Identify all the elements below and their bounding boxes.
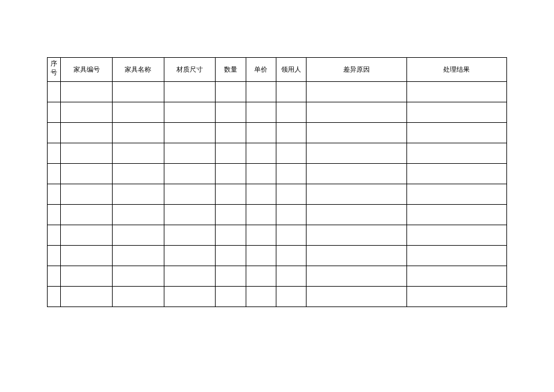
cell-seq	[48, 225, 61, 246]
header-result: 处理结果	[406, 58, 506, 82]
cell-name	[112, 82, 164, 102]
table-row	[48, 287, 507, 307]
cell-result	[406, 123, 506, 143]
cell-name	[112, 184, 164, 205]
cell-result	[406, 102, 506, 123]
header-name: 家具名称	[112, 58, 164, 82]
cell-result	[406, 184, 506, 205]
cell-user	[276, 225, 306, 246]
header-qty: 数量	[216, 58, 246, 82]
cell-price	[246, 184, 276, 205]
header-price: 单价	[246, 58, 276, 82]
cell-qty	[216, 225, 246, 246]
cell-seq	[48, 102, 61, 123]
cell-code	[61, 266, 113, 287]
cell-spec	[164, 123, 216, 143]
cell-reason	[307, 143, 406, 164]
cell-result	[406, 246, 506, 266]
cell-code	[61, 205, 113, 225]
cell-seq	[48, 143, 61, 164]
cell-name	[112, 205, 164, 225]
cell-user	[276, 205, 306, 225]
cell-result	[406, 143, 506, 164]
table-body	[48, 82, 507, 307]
header-spec: 材质尺寸	[164, 58, 216, 82]
cell-user	[276, 184, 306, 205]
cell-code	[61, 82, 113, 102]
table-header-row: 序号 家具编号 家具名称 材质尺寸 数量 单价 领用人 差异原因 处理结果	[48, 58, 507, 82]
cell-qty	[216, 123, 246, 143]
cell-price	[246, 82, 276, 102]
cell-code	[61, 225, 113, 246]
cell-seq	[48, 246, 61, 266]
cell-reason	[307, 123, 406, 143]
cell-seq	[48, 266, 61, 287]
cell-code	[61, 123, 113, 143]
cell-qty	[216, 287, 246, 307]
cell-result	[406, 82, 506, 102]
cell-name	[112, 225, 164, 246]
cell-name	[112, 266, 164, 287]
cell-seq	[48, 287, 61, 307]
cell-qty	[216, 82, 246, 102]
cell-user	[276, 123, 306, 143]
cell-spec	[164, 205, 216, 225]
cell-reason	[307, 266, 406, 287]
cell-spec	[164, 246, 216, 266]
cell-price	[246, 164, 276, 184]
table-row	[48, 164, 507, 184]
cell-price	[246, 143, 276, 164]
cell-user	[276, 266, 306, 287]
cell-seq	[48, 184, 61, 205]
cell-result	[406, 164, 506, 184]
cell-reason	[307, 225, 406, 246]
cell-spec	[164, 102, 216, 123]
cell-seq	[48, 82, 61, 102]
cell-qty	[216, 184, 246, 205]
cell-price	[246, 225, 276, 246]
cell-code	[61, 184, 113, 205]
cell-code	[61, 164, 113, 184]
table-row	[48, 123, 507, 143]
cell-qty	[216, 164, 246, 184]
cell-spec	[164, 184, 216, 205]
cell-spec	[164, 82, 216, 102]
cell-name	[112, 287, 164, 307]
cell-user	[276, 82, 306, 102]
cell-reason	[307, 184, 406, 205]
cell-name	[112, 123, 164, 143]
cell-qty	[216, 266, 246, 287]
cell-price	[246, 205, 276, 225]
cell-reason	[307, 102, 406, 123]
cell-spec	[164, 143, 216, 164]
cell-user	[276, 246, 306, 266]
cell-reason	[307, 82, 406, 102]
cell-price	[246, 246, 276, 266]
cell-name	[112, 143, 164, 164]
cell-reason	[307, 246, 406, 266]
cell-spec	[164, 287, 216, 307]
cell-price	[246, 287, 276, 307]
cell-spec	[164, 164, 216, 184]
cell-price	[246, 123, 276, 143]
cell-price	[246, 102, 276, 123]
cell-code	[61, 102, 113, 123]
furniture-table: 序号 家具编号 家具名称 材质尺寸 数量 单价 领用人 差异原因 处理结果	[47, 57, 507, 307]
cell-spec	[164, 266, 216, 287]
cell-spec	[164, 225, 216, 246]
cell-result	[406, 266, 506, 287]
cell-reason	[307, 164, 406, 184]
cell-result	[406, 205, 506, 225]
table-row	[48, 225, 507, 246]
table-row	[48, 102, 507, 123]
cell-qty	[216, 246, 246, 266]
cell-code	[61, 287, 113, 307]
table-row	[48, 246, 507, 266]
cell-user	[276, 143, 306, 164]
cell-name	[112, 164, 164, 184]
table-row	[48, 184, 507, 205]
cell-qty	[216, 143, 246, 164]
cell-name	[112, 246, 164, 266]
cell-reason	[307, 287, 406, 307]
table-row	[48, 205, 507, 225]
